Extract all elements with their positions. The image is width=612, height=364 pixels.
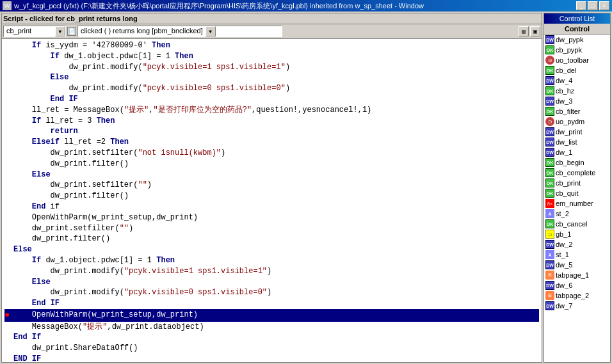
control-item-label: cb_hz [556,87,574,95]
control-list-item-st_2[interactable]: Ast_2 [544,209,610,219]
event-combo[interactable]: clicked ( ) returns long [pbm_bnclicked]… [77,26,282,37]
control-list-item-cb_del[interactable]: OKcb_del [544,65,610,75]
control-list-item-dw_5[interactable]: DWdw_5 [544,260,610,270]
em-icon: 8× [545,199,554,208]
cb-icon: OK [545,168,554,177]
view-icon2[interactable]: ▣ [530,26,540,36]
code-line: ● OpenWithParm(w_print_setup,dw_print) [4,309,539,322]
code-line: End If [4,332,539,343]
control-list-item-cb_quit[interactable]: OKcb_quit [544,188,610,198]
control-list-item-cb_begin[interactable]: OKcb_begin [544,157,610,168]
code-line: OpenWithParm(w_print_setup,dw_print) [4,212,539,223]
control-item-label: dw_2 [556,241,572,248]
control-item-label: tabpage_2 [556,292,589,299]
control-item-label: cb_pypk [556,46,582,54]
control-item-label: uo_pydm [556,118,584,125]
title-icon: W [3,1,12,10]
cb-icon: OK [545,219,554,228]
dw-icon: DW [545,138,554,146]
cb-icon: OK [545,86,554,95]
control-item-label: st_1 [556,251,569,258]
control-list-item-uo_pydm[interactable]: ⊙uo_pydm [544,116,610,127]
code-area: If is_yydm = '42780009-0' Then If dw_1.o… [2,39,542,362]
code-line: If dw_1.object.pdwc[1] = 1 Then [4,255,539,266]
control-list-item-dw_pypk[interactable]: DWdw_pypk [544,35,610,45]
dw-icon: DW [545,240,554,249]
code-line: MessageBox("提示",dw_print.dataobject) [4,322,539,333]
control-list-item-cb_filter[interactable]: OKcb_filter [544,106,610,116]
control-list-item-dw_print[interactable]: DWdw_print [544,127,610,137]
code-line: Elseif ll_ret =2 Then [4,137,539,148]
control-list-item-em_number[interactable]: 8×em_number [544,198,610,209]
dw-icon: DW [545,76,554,85]
tab-icon: ⊞ [545,291,554,300]
control-item-label: dw_4 [556,77,572,84]
control-item-label: cb_print [556,179,581,187]
control-item-label: dw_7 [556,302,572,310]
minimize-button[interactable]: _ [576,1,586,10]
control-item-label: cb_begin [556,159,584,166]
control-list-item-cb_print[interactable]: OKcb_print [544,178,610,188]
dw-icon: DW [545,260,554,269]
dw-icon: DW [545,281,554,290]
control-list-item-cb_cancel[interactable]: OKcb_cancel [544,219,610,229]
control-list-item-st_1[interactable]: Ast_1 [544,249,610,260]
close-button[interactable]: × [599,1,609,10]
code-line: End IF [4,94,539,105]
code-line: dw_print.setfilter("") [4,223,539,234]
cb-icon: OK [545,107,554,116]
control-item-label: dw_1 [556,148,572,156]
gb-icon: □ [545,230,554,239]
view-icon1[interactable]: ▤ [519,26,529,36]
control-item-label: cb_filter [556,107,581,115]
control-list: DWdw_pypkOKcb_pypk⊙uo_toolbarOKcb_delDWd… [544,35,610,362]
tab-icon: ⊞ [545,271,554,280]
control-item-label: dw_print [556,128,583,136]
control-list-item-uo_toolbar[interactable]: ⊙uo_toolbar [544,55,610,65]
code-line: dw_print.modify("pcyk.visible=0 sps1.vis… [4,83,539,94]
control-list-item-dw_6[interactable]: DWdw_6 [544,280,610,290]
title-text: w_yf_kcgl_pccl (yfxt) (F:\新建文件夹\杨小晖\port… [14,1,574,11]
code-line: dw_print.filter() [4,159,539,170]
control-list-item-dw_7[interactable]: DWdw_7 [544,301,610,311]
control-item-label: tabpage_1 [556,271,589,279]
control-item-label: em_number [556,200,593,207]
control-list-item-cb_hz[interactable]: OKcb_hz [544,86,610,96]
control-list-item-dw_1[interactable]: DWdw_1 [544,147,610,157]
control-item-label: cb_cancel [556,220,588,228]
code-line: dw_print.setfilter("") [4,180,539,191]
code-line: Else [4,277,539,288]
code-line: ll_ret = MessageBox("提示","是否打印库位为空的药品?",… [4,105,539,116]
st-icon: A [545,209,554,218]
dw-icon: DW [545,35,554,44]
code-line: dw_print.setfilter("not isnull(kwbm)") [4,148,539,159]
control-item-label: gb_1 [556,230,571,238]
code-line: If is_yydm = '42780009-0' Then [4,40,539,51]
uo-icon: ⊙ [545,117,554,126]
code-line: If dw_1.object.pdwc[1] = 1 Then [4,51,539,62]
cb-icon: OK [545,189,554,198]
code-line: If ll_ret = 3 Then [4,116,539,127]
control-list-item-tabpage_1[interactable]: ⊞tabpage_1 [544,270,610,280]
function-combo[interactable]: cb_print ▼ [3,26,66,37]
script-header: Script - clicked for cb_print returns lo… [2,13,542,24]
control-list-item-tabpage_2[interactable]: ⊞tabpage_2 [544,290,610,301]
control-list-item-cb_complete[interactable]: OKcb_complete [544,168,610,178]
control-list-item-gb_1[interactable]: □gb_1 [544,229,610,239]
code-line: Else [4,170,539,180]
control-list-item-cb_pypk[interactable]: OKcb_pypk [544,45,610,55]
code-line: END IF [4,354,539,362]
dw-icon: DW [545,127,554,136]
control-list-item-dw_2[interactable]: DWdw_2 [544,239,610,249]
toolbar-icon1: 📄 [67,27,76,36]
control-list-item-dw_3[interactable]: DWdw_3 [544,96,610,106]
uo-icon: ⊙ [545,56,554,65]
maximize-button[interactable]: □ [588,1,598,10]
cb-icon: OK [545,45,554,54]
code-line: Else [4,72,539,83]
code-line: dw_print.modify("pcyk.visible=0 sps1.vis… [4,287,539,298]
right-panel-title: Control List [544,13,610,24]
control-item-label: dw_6 [556,281,572,289]
control-list-item-dw_list[interactable]: DWdw_list [544,137,610,147]
control-list-item-dw_4[interactable]: DWdw_4 [544,75,610,86]
